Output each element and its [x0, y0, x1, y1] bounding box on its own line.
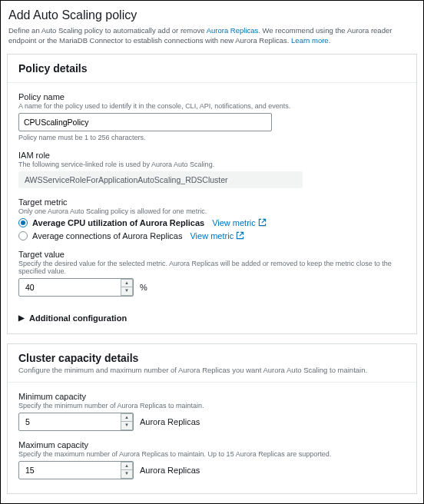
aurora-replicas-link[interactable]: Aurora Replicas: [207, 26, 259, 35]
policy-name-help: A name for the policy used to identify i…: [18, 102, 406, 110]
target-metric-help: Only one Aurora Auto Scaling policy is a…: [18, 207, 406, 215]
additional-config-expander[interactable]: ▶ Additional configuration: [18, 306, 406, 323]
target-metric-label: Target metric: [18, 197, 406, 207]
iam-role-field: IAM role The following service-linked ro…: [18, 151, 406, 188]
min-capacity-label: Minimum capacity: [18, 392, 406, 401]
caret-right-icon: ▶: [18, 313, 25, 322]
target-value-input[interactable]: [18, 278, 134, 297]
stepper-up-icon[interactable]: ▲: [121, 413, 133, 422]
metric-option-cpu[interactable]: Average CPU utilization of Aurora Replic…: [18, 218, 406, 227]
stepper-down-icon[interactable]: ▼: [121, 421, 133, 430]
target-value-help: Specify the desired value for the select…: [18, 260, 406, 275]
max-capacity-help: Specify the maximum number of Aurora Rep…: [18, 450, 406, 458]
policy-name-constraint: Policy name must be 1 to 256 characters.: [18, 134, 406, 141]
view-metric-link-cpu[interactable]: View metric: [212, 218, 267, 227]
policy-name-input[interactable]: [18, 113, 272, 131]
page-description: Define an Auto Scaling policy to automat…: [8, 25, 417, 46]
iam-role-help: The following service-linked role is use…: [18, 161, 406, 168]
min-capacity-input[interactable]: [18, 413, 134, 431]
stepper-up-icon[interactable]: ▲: [121, 462, 133, 470]
cluster-capacity-description: Configure the minimum and maximum number…: [8, 363, 416, 383]
min-capacity-field: Minimum capacity Specify the minimum num…: [18, 392, 406, 431]
min-capacity-stepper[interactable]: ▲ ▼: [18, 413, 134, 431]
iam-role-label: IAM role: [18, 151, 406, 160]
radio-selected-icon: [18, 218, 28, 227]
max-capacity-stepper[interactable]: ▲ ▼: [18, 461, 134, 479]
iam-role-value: AWSServiceRoleForApplicationAutoScaling_…: [18, 171, 303, 188]
stepper-up-icon[interactable]: ▲: [121, 279, 133, 287]
min-capacity-help: Specify the minimum number of Aurora Rep…: [18, 402, 406, 410]
view-metric-text: View metric: [190, 231, 234, 240]
max-capacity-input[interactable]: [18, 461, 134, 479]
target-value-stepper[interactable]: ▲ ▼: [18, 278, 134, 297]
metric-option-connections[interactable]: Average connections of Aurora Replicas V…: [18, 231, 406, 240]
policy-name-field: Policy name A name for the policy used t…: [18, 92, 406, 141]
page-title: Add Auto Scaling policy: [8, 8, 417, 22]
external-link-icon: [258, 218, 267, 227]
stepper-down-icon[interactable]: ▼: [121, 469, 133, 479]
desc-text: Define an Auto Scaling policy to automat…: [8, 26, 207, 35]
max-capacity-field: Maximum capacity Specify the maximum num…: [18, 440, 406, 479]
metric-option-connections-label: Average connections of Aurora Replicas: [32, 231, 182, 240]
additional-config-label: Additional configuration: [29, 313, 127, 323]
policy-name-label: Policy name: [18, 92, 406, 101]
min-capacity-unit: Aurora Replicas: [140, 417, 200, 426]
stepper-down-icon[interactable]: ▼: [121, 287, 133, 296]
desc-text: .: [329, 36, 331, 45]
target-metric-field: Target metric Only one Aurora Auto Scali…: [18, 197, 406, 240]
external-link-icon: [236, 231, 244, 240]
learn-more-link[interactable]: Learn more: [291, 36, 329, 45]
max-capacity-unit: Aurora Replicas: [140, 466, 200, 475]
metric-option-cpu-label: Average CPU utilization of Aurora Replic…: [32, 218, 204, 227]
target-value-unit: %: [140, 283, 147, 292]
target-value-field: Target value Specify the desired value f…: [18, 250, 406, 297]
target-value-label: Target value: [18, 250, 406, 259]
max-capacity-label: Maximum capacity: [18, 440, 406, 449]
view-metric-text: View metric: [212, 218, 256, 227]
policy-details-panel: Policy details Policy name A name for th…: [7, 54, 417, 334]
view-metric-link-connections[interactable]: View metric: [190, 231, 244, 240]
radio-unselected-icon: [18, 231, 28, 240]
policy-details-heading: Policy details: [8, 55, 416, 83]
cluster-capacity-panel: Cluster capacity details Configure the m…: [7, 343, 417, 494]
